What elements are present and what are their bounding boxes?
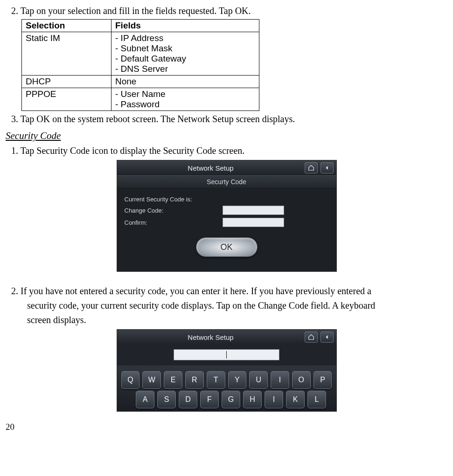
table-row: PPPOE - User Name - Password: [22, 88, 259, 111]
col-header-selection: Selection: [22, 20, 112, 32]
key-t[interactable]: T: [207, 371, 225, 389]
step-2: 2. Tap on your selection and fill in the…: [11, 5, 447, 17]
onscreen-keyboard: Q W E R T Y U I O P A S D F G H I K L: [117, 366, 336, 411]
device-mock-keyboard: Network Setup Q W E R T Y U I O P: [117, 329, 337, 412]
cell-fields: - User Name - Password: [112, 88, 259, 111]
keyboard-row-2: A S D F G H I K L: [120, 391, 334, 408]
cell-selection: DHCP: [22, 76, 112, 88]
key-e[interactable]: E: [164, 371, 182, 389]
key-r[interactable]: R: [185, 371, 204, 389]
keyboard-text-input[interactable]: [174, 349, 279, 360]
home-icon[interactable]: [305, 162, 318, 173]
field-item: - IP Address: [115, 33, 255, 43]
key-h[interactable]: H: [243, 391, 262, 408]
field-item: - Subnet Mask: [115, 43, 255, 54]
security-step-1: 1. Tap Security Code icon to display the…: [11, 145, 447, 157]
key-k[interactable]: K: [286, 391, 305, 408]
key-q[interactable]: Q: [121, 371, 140, 389]
key-y[interactable]: Y: [228, 371, 247, 389]
selection-fields-table: Selection Fields Static IM - IP Address …: [21, 19, 259, 111]
section-heading-security-code: Security Code: [6, 130, 447, 142]
label-current-code: Current Security Code is:: [125, 196, 223, 203]
form-panel: Current Security Code is: Change Code: C…: [117, 188, 336, 271]
key-i2[interactable]: I: [265, 391, 283, 408]
home-icon[interactable]: [305, 331, 318, 343]
figure-security-code-screen: Network Setup Securty Code Current Secur…: [6, 160, 447, 272]
label-confirm: Confirm:: [125, 219, 223, 226]
screen-subtitle: Securty Code: [117, 175, 336, 188]
figure-keyboard-screen: Network Setup Q W E R T Y U I O P: [6, 329, 447, 414]
device-mock-security-code: Network Setup Securty Code Current Secur…: [117, 160, 337, 272]
field-item: - User Name: [115, 89, 255, 99]
security-step-2-line3: screen displays.: [27, 314, 447, 326]
key-f[interactable]: F: [200, 391, 219, 408]
ok-button[interactable]: OK: [196, 237, 258, 257]
table-row: Static IM - IP Address - Subnet Mask - D…: [22, 32, 259, 76]
cell-fields: - IP Address - Subnet Mask - Default Gat…: [112, 32, 259, 76]
keyboard-row-1: Q W E R T Y U I O P: [120, 371, 334, 389]
titlebar: Network Setup: [117, 330, 336, 345]
key-i[interactable]: I: [271, 371, 289, 389]
keyboard-input-row: [117, 345, 336, 366]
key-g[interactable]: G: [222, 391, 240, 408]
back-icon[interactable]: [321, 162, 334, 173]
page-number: 20: [6, 422, 447, 432]
label-change-code: Change Code:: [125, 207, 223, 214]
key-s[interactable]: S: [157, 391, 176, 408]
titlebar: Network Setup: [117, 160, 336, 175]
table-row: DHCP None: [22, 76, 259, 88]
field-item: - DNS Server: [115, 64, 255, 74]
key-a[interactable]: A: [136, 391, 154, 408]
key-p[interactable]: P: [314, 371, 332, 389]
col-header-fields: Fields: [112, 20, 259, 32]
back-icon[interactable]: [321, 331, 334, 343]
cell-selection: Static IM: [22, 32, 112, 76]
confirm-field[interactable]: [223, 218, 284, 227]
step-3: 3. Tap OK on the system reboot screen. T…: [11, 113, 447, 125]
field-item: - Password: [115, 99, 255, 110]
change-code-field[interactable]: [223, 206, 284, 215]
key-w[interactable]: W: [142, 371, 161, 389]
key-d[interactable]: D: [179, 391, 197, 408]
security-step-2-line1: 2. If you have not entered a security co…: [11, 285, 447, 297]
screen-title: Network Setup: [117, 333, 305, 341]
cell-fields: None: [112, 76, 259, 88]
key-o[interactable]: O: [292, 371, 311, 389]
screen-title: Network Setup: [117, 164, 305, 172]
key-u[interactable]: U: [249, 371, 268, 389]
security-step-2-line2: security code, your current security cod…: [27, 299, 447, 312]
cell-selection: PPPOE: [22, 88, 112, 111]
text-cursor: [226, 351, 227, 359]
field-item: - Default Gateway: [115, 54, 255, 64]
key-l[interactable]: L: [307, 391, 326, 408]
